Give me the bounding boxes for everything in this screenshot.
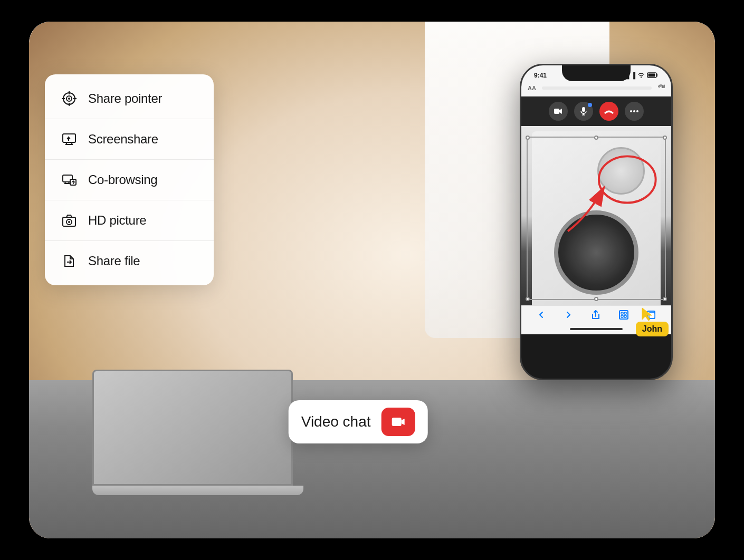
john-cursor-label: John: [644, 307, 673, 336]
svg-rect-19: [582, 107, 585, 112]
svg-point-24: [636, 110, 638, 112]
wifi-icon: [637, 72, 645, 79]
mic-btn[interactable]: [574, 102, 593, 121]
divider-2: [45, 159, 214, 160]
menu-item-screenshare[interactable]: Screenshare: [45, 120, 214, 158]
url-bar[interactable]: [542, 86, 652, 90]
svg-rect-29: [624, 312, 626, 314]
video-controls-bar: [521, 96, 671, 126]
main-container: Share pointer Screenshare: [29, 22, 715, 538]
menu-item-share-pointer[interactable]: Share pointer: [45, 80, 214, 118]
enter-icon: [391, 414, 406, 429]
end-call-btn[interactable]: [599, 102, 618, 121]
phone-time: 9:41: [534, 72, 547, 79]
laptop-base: [92, 486, 303, 495]
svg-rect-35: [392, 418, 402, 426]
divider-3: [45, 200, 214, 200]
share-file-label: Share file: [88, 254, 140, 268]
john-name-badge: John: [636, 322, 669, 336]
more-options-btn[interactable]: [625, 102, 644, 121]
svg-point-22: [630, 110, 632, 112]
svg-rect-31: [624, 315, 626, 317]
file-share-icon: [60, 252, 79, 271]
svg-point-2: [68, 98, 70, 100]
phone-address-bar: AA: [521, 81, 671, 96]
menu-item-cobrowsing[interactable]: Co-browsing: [45, 161, 214, 199]
laptop-screen: [92, 370, 293, 486]
washer-door: [554, 210, 638, 295]
camera-icon: [60, 211, 79, 230]
phone-mockup: 9:41 ▐▌▐: [520, 64, 673, 380]
menu-item-share-file[interactable]: Share file: [45, 242, 214, 280]
target-icon: [60, 89, 79, 108]
svg-rect-18: [554, 109, 559, 114]
video-chat-enter-button[interactable]: [381, 408, 415, 436]
svg-rect-17: [648, 73, 655, 76]
cobrowsing-label: Co-browsing: [88, 172, 157, 187]
washer-view: [521, 126, 671, 305]
hd-picture-label: HD picture: [88, 213, 146, 228]
cursor-arrow-icon: [641, 307, 654, 322]
svg-rect-30: [621, 315, 623, 317]
washer-body: [532, 131, 661, 305]
svg-point-14: [68, 221, 70, 223]
svg-point-23: [633, 110, 635, 112]
share-btn[interactable]: [592, 310, 600, 322]
back-btn[interactable]: [537, 311, 546, 321]
laptop: [92, 370, 303, 507]
menu-item-hd-picture[interactable]: HD picture: [45, 201, 214, 239]
address-aa: AA: [528, 85, 536, 91]
screenshare-label: Screenshare: [88, 132, 158, 147]
svg-rect-28: [621, 312, 623, 314]
video-chat-label: Video chat: [301, 413, 371, 430]
feature-menu-panel: Share pointer Screenshare: [45, 74, 214, 285]
bookmarks-btn[interactable]: [619, 310, 628, 322]
home-indicator: [570, 328, 623, 330]
reload-icon: [657, 83, 665, 93]
divider-4: [45, 240, 214, 241]
phone-notch: [562, 65, 631, 81]
battery-icon: [647, 72, 659, 79]
svg-rect-27: [619, 311, 628, 319]
video-chat-button-container: Video chat: [289, 400, 428, 443]
video-call-btn[interactable]: [549, 102, 568, 121]
cobrowse-icon: [60, 170, 79, 189]
washer-control-dial: [597, 147, 645, 195]
svg-marker-34: [642, 308, 652, 321]
share-pointer-label: Share pointer: [88, 91, 162, 106]
forward-btn[interactable]: [564, 311, 573, 321]
screenshare-icon: [60, 130, 79, 149]
divider-1: [45, 119, 214, 119]
